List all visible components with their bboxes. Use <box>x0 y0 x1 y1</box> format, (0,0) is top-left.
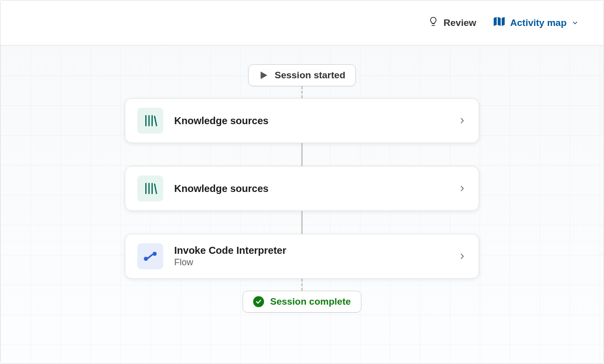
review-button[interactable]: Review <box>428 16 476 29</box>
connector <box>302 211 302 234</box>
svg-marker-0 <box>261 72 267 79</box>
connector <box>302 143 302 166</box>
chevron-right-icon <box>458 116 467 125</box>
session-complete-label: Session complete <box>270 296 351 307</box>
connector <box>302 279 302 291</box>
flow-canvas[interactable]: Session started Knowledge sources <box>0 45 604 364</box>
map-icon <box>493 16 505 29</box>
node-body: Knowledge sources <box>174 115 458 127</box>
checkmark-icon <box>253 296 264 307</box>
node-invoke-code-interpreter[interactable]: Invoke Code Interpreter Flow <box>125 234 479 279</box>
node-body: Knowledge sources <box>174 183 458 194</box>
books-icon <box>137 108 163 134</box>
chevron-right-icon <box>458 252 467 261</box>
lightbulb-icon <box>428 16 439 29</box>
activity-map-label: Activity map <box>510 17 567 28</box>
session-started-pill: Session started <box>248 64 356 86</box>
connector <box>302 86 302 98</box>
node-knowledge-sources-2[interactable]: Knowledge sources <box>125 166 479 211</box>
flow-icon <box>137 243 163 269</box>
node-title: Knowledge sources <box>174 183 458 194</box>
node-title: Knowledge sources <box>174 115 458 127</box>
toolbar: Review Activity map <box>0 0 604 45</box>
review-label: Review <box>444 17 476 28</box>
svg-line-4 <box>155 116 157 126</box>
flow-container: Session started Knowledge sources <box>122 64 482 313</box>
activity-map-button[interactable]: Activity map <box>493 16 579 29</box>
svg-point-9 <box>144 257 148 261</box>
svg-line-8 <box>155 184 157 193</box>
node-title: Invoke Code Interpreter <box>174 245 458 256</box>
svg-point-10 <box>153 252 157 256</box>
chevron-right-icon <box>458 184 467 193</box>
node-subtitle: Flow <box>174 257 458 268</box>
session-complete-pill: Session complete <box>243 291 361 313</box>
play-icon <box>259 70 269 80</box>
session-started-label: Session started <box>275 70 345 81</box>
node-body: Invoke Code Interpreter Flow <box>174 245 458 268</box>
node-knowledge-sources-1[interactable]: Knowledge sources <box>125 98 479 143</box>
chevron-down-icon <box>572 19 579 26</box>
books-icon <box>137 176 163 201</box>
